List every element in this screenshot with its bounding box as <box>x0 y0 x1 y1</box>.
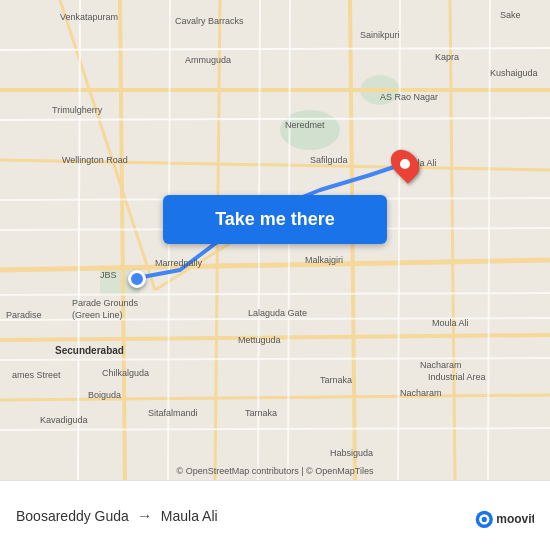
route-arrow: → <box>137 507 153 525</box>
route-info: Boosareddy Guda → Maula Ali <box>16 507 474 525</box>
svg-text:moovit: moovit <box>496 511 534 525</box>
svg-point-31 <box>482 516 487 521</box>
bottom-bar: Boosareddy Guda → Maula Ali moovit <box>0 480 550 550</box>
button-label: Take me there <box>215 209 335 230</box>
destination-marker <box>393 148 417 180</box>
map-attribution: © OpenStreetMap contributors | © OpenMap… <box>0 466 550 476</box>
take-me-there-button[interactable]: Take me there <box>163 195 387 244</box>
origin-marker <box>128 270 146 288</box>
moovit-logo: moovit <box>474 502 534 530</box>
map-container: VenkatapuramCavalry BarracksSainikpuriSa… <box>0 0 550 480</box>
moovit-logo-svg: moovit <box>474 502 534 530</box>
route-origin: Boosareddy Guda <box>16 508 129 524</box>
route-destination: Maula Ali <box>161 508 218 524</box>
